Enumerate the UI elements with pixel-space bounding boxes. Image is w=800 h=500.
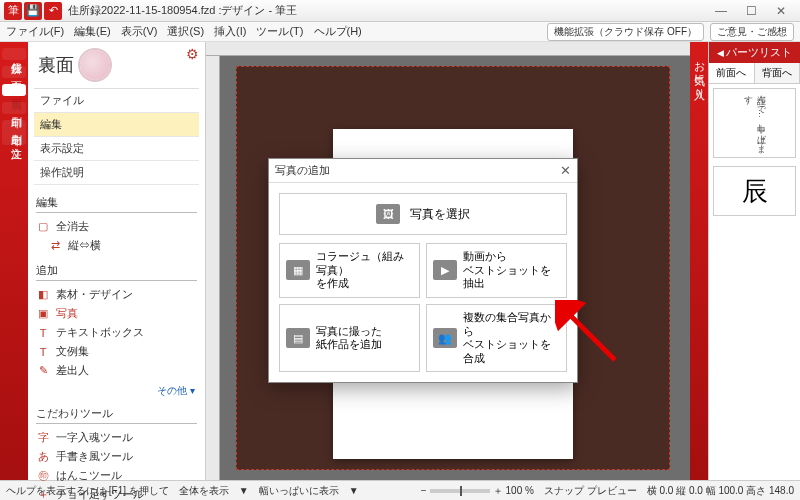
other-link[interactable]: その他 xyxy=(157,385,187,396)
status-coords: 横 0.0 縦 0.0 幅 100.0 高さ 148.0 xyxy=(647,484,794,498)
menubar: ファイル(F) 編集(E) 表示(V) 選択(S) 挿入(I) ツール(T) ヘ… xyxy=(0,22,800,42)
add-sender[interactable]: ✎差出人 xyxy=(36,361,197,380)
kodawari-choitasu[interactable]: ＋チョイ足すツール xyxy=(36,485,197,500)
side-edit[interactable]: 編集 xyxy=(34,113,199,137)
material-icon: ◧ xyxy=(36,288,50,302)
video-icon: ▶ xyxy=(433,260,457,280)
image-icon: 🖼 xyxy=(376,204,400,224)
status-mode: スナップ プレビュー xyxy=(544,484,637,498)
sec-kodawari-label: こだわりツール xyxy=(36,406,197,424)
app-icon: 筆 xyxy=(4,2,22,20)
textbox-icon: T xyxy=(36,326,50,340)
zoom-control[interactable]: −＋100 % xyxy=(421,484,534,498)
side-panel: ⚙ 裏面 ファイル 編集 表示設定 操作説明 編集 ▢全消去 ⇄縦⇔横 追加 ◧… xyxy=(28,42,206,480)
dialog-paper-photo[interactable]: ▤写真に撮った 紙作品を追加 xyxy=(279,304,420,373)
left-rail: 住所録 表面 裏面 印刷 印刷を注文 xyxy=(0,42,28,480)
collage-icon: ▦ xyxy=(286,260,310,280)
add-photo-dialog: 写真の追加 ✕ 🖼 写真を選択 ▦コラージュ（組み写真） を作成 ▶動画から ベ… xyxy=(268,158,578,383)
side-file[interactable]: ファイル xyxy=(34,89,199,113)
menu-tool[interactable]: ツール(T) xyxy=(256,24,303,39)
panel-heading: 裏面 xyxy=(38,53,74,77)
parts-thumb-2[interactable]: 辰 xyxy=(713,166,796,216)
close-button[interactable]: ✕ xyxy=(766,1,796,21)
minimize-button[interactable]: — xyxy=(706,1,736,21)
dialog-collage[interactable]: ▦コラージュ（組み写真） を作成 xyxy=(279,243,420,298)
ichiji-icon: 字 xyxy=(36,431,50,445)
kodawari-hanko[interactable]: ㊞はんこツール xyxy=(36,466,197,485)
rail-addressbook[interactable]: 住所録 xyxy=(2,48,26,60)
tool-clear-all[interactable]: ▢全消去 xyxy=(36,217,197,236)
add-textbox[interactable]: Tテキストボックス xyxy=(36,323,197,342)
add-examples[interactable]: T文例集 xyxy=(36,342,197,361)
favorites-tab[interactable]: お気に入り xyxy=(690,48,709,99)
cloud-ext-button[interactable]: 機能拡張（クラウド保存 OFF） xyxy=(547,23,704,41)
dialog-select-photo[interactable]: 🖼 写真を選択 xyxy=(279,193,567,235)
dialog-title: 写真の追加 xyxy=(275,163,330,178)
ruler-horizontal xyxy=(206,42,690,56)
side-display[interactable]: 表示設定 xyxy=(34,137,199,161)
choitasu-icon: ＋ xyxy=(36,488,50,501)
status-view-fit[interactable]: 幅いっぱいに表示 xyxy=(259,484,339,498)
menu-view[interactable]: 表示(V) xyxy=(121,24,158,39)
sec-add-label: 追加 xyxy=(36,263,197,281)
right-rail: お気に入り xyxy=(690,42,708,480)
save-icon[interactable]: 💾 xyxy=(24,2,42,20)
tool-orient[interactable]: ⇄縦⇔横 xyxy=(48,236,101,255)
examples-icon: T xyxy=(36,345,50,359)
clear-icon: ▢ xyxy=(36,220,50,234)
parts-tab-front[interactable]: 前面へ xyxy=(709,63,755,83)
kodawari-tegaki[interactable]: あ手書き風ツール xyxy=(36,447,197,466)
menu-select[interactable]: 選択(S) xyxy=(167,24,204,39)
dialog-close-icon[interactable]: ✕ xyxy=(560,163,571,178)
rail-order-print[interactable]: 印刷を注文 xyxy=(2,120,26,145)
ruler-vertical xyxy=(206,56,220,480)
sec-edit-label: 編集 xyxy=(36,195,197,213)
orient-icon: ⇄ xyxy=(48,239,62,253)
menu-insert[interactable]: 挿入(I) xyxy=(214,24,246,39)
sender-icon: ✎ xyxy=(36,364,50,378)
add-photo[interactable]: ▣写真 xyxy=(36,304,197,323)
parts-header[interactable]: パーツリスト xyxy=(709,42,800,63)
kodawari-ichiji[interactable]: 字一字入魂ツール xyxy=(36,428,197,447)
window-title: 住所録2022-11-15-180954.fzd :デザイン - 筆王 xyxy=(68,3,297,18)
feedback-button[interactable]: ご意見・ご感想 xyxy=(710,23,794,41)
rail-print[interactable]: 印刷 xyxy=(2,102,26,114)
titlebar: 筆 💾 ↶ 住所録2022-11-15-180954.fzd :デザイン - 筆… xyxy=(0,0,800,22)
dialog-video-bestshot[interactable]: ▶動画から ベストショットを抽出 xyxy=(426,243,567,298)
tegaki-icon: あ xyxy=(36,450,50,464)
maximize-button[interactable]: ☐ xyxy=(736,1,766,21)
side-instructions[interactable]: 操作説明 xyxy=(34,161,199,185)
paper-icon: ▤ xyxy=(286,328,310,348)
undo-icon[interactable]: ↶ xyxy=(44,2,62,20)
menu-file[interactable]: ファイル(F) xyxy=(6,24,64,39)
parts-panel: パーツリスト 前面へ 背面へ 謹んで…申し上げます 辰 xyxy=(708,42,800,480)
rail-front[interactable]: 表面 xyxy=(2,66,26,78)
parts-thumb-1[interactable]: 謹んで…申し上げます xyxy=(713,88,796,158)
parts-tab-back[interactable]: 背面へ xyxy=(755,63,801,83)
flower-icon xyxy=(80,50,110,80)
menu-help[interactable]: ヘルプ(H) xyxy=(314,24,362,39)
add-material[interactable]: ◧素材・デザイン xyxy=(36,285,197,304)
photo-icon: ▣ xyxy=(36,307,50,321)
group-icon: 👥 xyxy=(433,328,457,348)
rail-back[interactable]: 裏面 xyxy=(2,84,26,96)
dialog-group-bestshot[interactable]: 👥複数の集合写真から ベストショットを合成 xyxy=(426,304,567,373)
gear-icon[interactable]: ⚙ xyxy=(186,46,199,62)
hanko-icon: ㊞ xyxy=(36,469,50,483)
menu-edit[interactable]: 編集(E) xyxy=(74,24,111,39)
